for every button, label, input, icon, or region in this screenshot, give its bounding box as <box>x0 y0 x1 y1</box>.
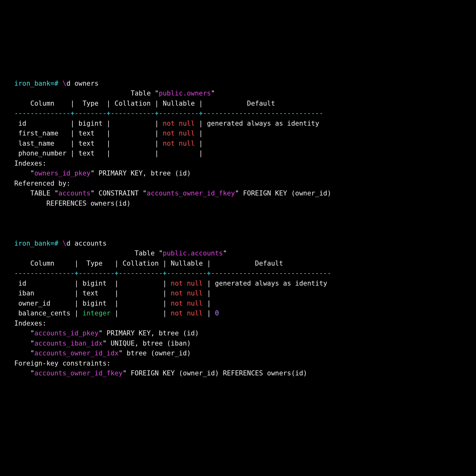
not-null: not null <box>171 289 203 297</box>
index-quote: " <box>14 329 34 337</box>
table-row: | <box>203 309 215 317</box>
indexes-label: Indexes: <box>14 160 46 167</box>
table-row: | | <box>110 309 171 317</box>
table-row: first_name | text | | <box>14 129 163 137</box>
table-rule: ---------------+---------+-----------+--… <box>14 269 331 277</box>
ref-table: accounts <box>58 189 90 197</box>
index-quote: " <box>14 340 34 347</box>
table-row: phone_number | text | | <box>14 149 163 157</box>
index-name: owners_id_pkey <box>34 169 90 177</box>
table-title-pre2: Table " <box>135 249 163 257</box>
table-title-post: " <box>223 249 227 257</box>
table-title-post: " <box>211 89 215 97</box>
ref-line: TABLE " <box>14 189 58 197</box>
index-def: " PRIMARY KEY, btree (id) <box>99 329 199 337</box>
index-quote: " <box>14 349 34 357</box>
not-null: not null <box>163 129 195 137</box>
table-row: iban | text | | <box>14 289 171 297</box>
table-row: | <box>203 300 219 307</box>
table-name: public.owners <box>159 89 211 97</box>
index-name: accounts_id_pkey <box>34 329 98 337</box>
fk-label: Foreign-key constraints: <box>14 360 110 367</box>
prompt[interactable]: iron_bank=# <box>14 80 63 87</box>
fk-quote: " <box>14 369 34 377</box>
table-header: Column | Type | Collation | Nullable | D… <box>14 260 331 267</box>
table-title-pre <box>14 89 131 97</box>
cmd-text[interactable]: d owners <box>66 80 98 87</box>
fk-name: accounts_owner_id_fkey <box>34 369 122 377</box>
index-quote: " <box>14 169 34 177</box>
table-row: | <box>203 289 219 297</box>
type-integer: integer <box>83 309 111 317</box>
not-null: not null <box>163 140 195 147</box>
not-null: not null <box>163 120 195 127</box>
index-def: " UNIQUE, btree (iban) <box>102 340 191 347</box>
table-row: last_name | text | | <box>14 140 163 147</box>
referenced-label: Referenced by: <box>14 180 70 187</box>
table-rule: --------------+--------+-----------+----… <box>14 109 323 117</box>
table-header: Column | Type | Collation | Nullable | D… <box>14 100 323 107</box>
prompt[interactable]: iron_bank=# <box>14 240 63 247</box>
table-row: | <box>163 149 211 157</box>
cmd-text[interactable]: d accounts <box>66 240 106 247</box>
ref-line: " CONSTRAINT " <box>90 189 147 197</box>
backslash-cmd[interactable]: \ <box>63 80 67 87</box>
table-row: | <box>195 140 211 147</box>
table-row: balance_cents | <box>14 309 83 317</box>
default-zero: 0 <box>215 309 219 317</box>
table-row: | generated always as identity <box>203 280 331 287</box>
table-name: public.accounts <box>163 249 223 257</box>
backslash-cmd[interactable]: \ <box>63 240 67 247</box>
table-row: owner_id | bigint | | <box>14 300 171 307</box>
index-def: " PRIMARY KEY, btree (id) <box>90 169 191 177</box>
indexes-label: Indexes: <box>14 320 46 327</box>
terminal-output: iron_bank=# \d owners Table "public.owne… <box>14 69 462 379</box>
table-row: id | bigint | | <box>14 120 163 127</box>
ref-constraint: accounts_owner_id_fkey <box>147 189 235 197</box>
index-name: accounts_iban_idx <box>34 340 102 347</box>
ref-line2: REFERENCES owners(id) <box>14 200 131 207</box>
not-null: not null <box>171 280 203 287</box>
index-name: accounts_owner_id_idx <box>34 349 119 357</box>
not-null: not null <box>171 309 203 317</box>
table-row: | <box>195 129 211 137</box>
table-row: id | bigint | | <box>14 280 171 287</box>
not-null: not null <box>171 300 203 307</box>
index-def: " btree (owner_id) <box>119 349 191 357</box>
table-title-pre2: Table " <box>131 89 159 97</box>
ref-line: " FOREIGN KEY (owner_id) <box>235 189 335 197</box>
fk-def: " FOREIGN KEY (owner_id) REFERENCES owne… <box>122 369 307 377</box>
table-title-pre <box>14 249 135 257</box>
table-row: | generated always as identity <box>195 120 323 127</box>
